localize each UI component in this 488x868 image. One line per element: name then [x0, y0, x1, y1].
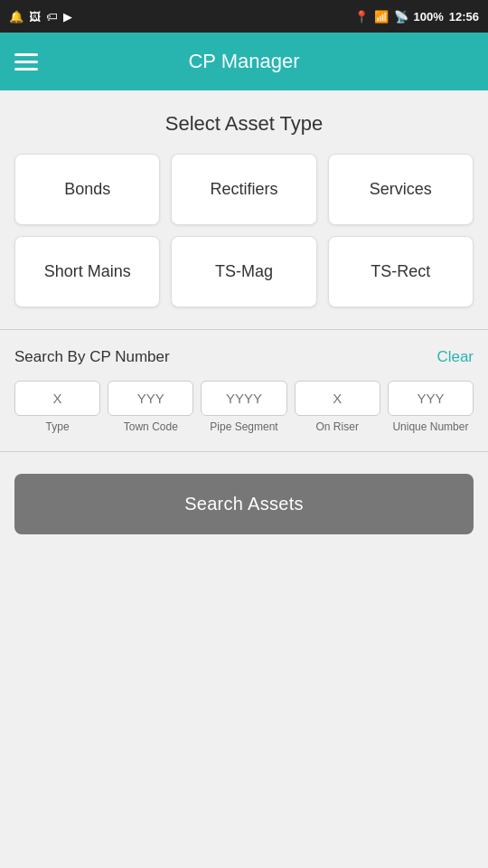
menu-button[interactable] [14, 53, 38, 71]
clear-button[interactable]: Clear [436, 348, 474, 366]
asset-btn-bonds[interactable]: Bonds [14, 154, 160, 225]
cp-input-on-riser[interactable] [295, 381, 380, 416]
clock: 12:56 [449, 10, 479, 24]
main-content: Select Asset Type Bonds Rectifiers Servi… [0, 90, 488, 452]
status-bar-left: 🔔 🖼 🏷 ▶ [9, 10, 72, 24]
photo-icon: 🖼 [29, 10, 41, 24]
asset-type-grid: Bonds Rectifiers Services Short Mains TS… [14, 154, 474, 307]
asset-btn-ts-rect[interactable]: TS-Rect [328, 236, 474, 307]
cp-label-unique: Unique Number [392, 420, 468, 433]
notification-icon: 🔔 [9, 10, 23, 24]
asset-btn-rectifiers[interactable]: Rectifiers [171, 154, 316, 225]
cp-field-unique-wrap: Unique Number [388, 381, 474, 433]
hamburger-line-3 [14, 68, 38, 71]
cp-label-riser: On Riser [316, 420, 359, 433]
cp-fields: Type Town Code Pipe Segment On Riser Uni… [14, 381, 474, 433]
app-title: CP Manager [52, 50, 436, 73]
cp-field-pipe-wrap: Pipe Segment [201, 381, 286, 433]
cp-input-town-code[interactable] [108, 381, 193, 416]
asset-btn-services[interactable]: Services [328, 154, 474, 225]
search-button-area: Search Assets [0, 452, 488, 556]
hamburger-line-2 [14, 61, 38, 63]
section-title: Select Asset Type [14, 112, 474, 136]
asset-btn-ts-mag[interactable]: TS-Mag [171, 236, 316, 307]
cp-input-unique-number[interactable] [388, 381, 474, 416]
cp-input-pipe-segment[interactable] [201, 381, 286, 416]
battery-text: 100% [414, 10, 444, 24]
signal-icon: 📡 [394, 10, 408, 24]
wifi-icon: 📶 [374, 10, 389, 24]
hamburger-line-1 [14, 53, 38, 56]
divider-1 [0, 329, 488, 330]
tag-icon: 🏷 [46, 10, 58, 24]
app-header: CP Manager [0, 33, 488, 90]
cp-field-riser-wrap: On Riser [295, 381, 380, 433]
status-bar-right: 📍 📶 📡 100% 12:56 [354, 10, 480, 24]
search-assets-button[interactable]: Search Assets [14, 474, 474, 534]
cp-field-type-wrap: Type [14, 381, 100, 433]
cp-label-pipe: Pipe Segment [210, 420, 277, 433]
location-icon: 📍 [354, 10, 369, 24]
cp-label-type: Type [46, 420, 70, 433]
asset-btn-short-mains[interactable]: Short Mains [14, 236, 160, 307]
cp-label-town: Town Code [124, 420, 178, 433]
play-icon: ▶ [63, 10, 72, 24]
search-label: Search By CP Number [14, 348, 170, 366]
cp-field-town-wrap: Town Code [108, 381, 193, 433]
search-header: Search By CP Number Clear [14, 348, 474, 366]
cp-input-type[interactable] [14, 381, 100, 416]
status-bar: 🔔 🖼 🏷 ▶ 📍 📶 📡 100% 12:56 [0, 0, 488, 33]
